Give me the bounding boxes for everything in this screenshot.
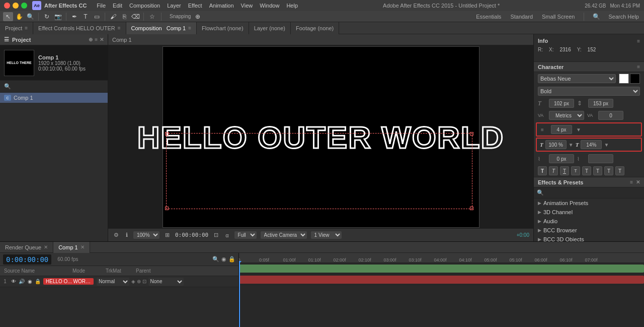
layer-parent-select-1[interactable]: None xyxy=(148,278,184,286)
tsize-h-input[interactable] xyxy=(545,140,567,149)
pen-tool[interactable]: ✒ xyxy=(69,12,79,21)
select-tool[interactable]: ↖ xyxy=(3,12,13,21)
style-btn-t2[interactable]: T xyxy=(549,166,558,175)
effect-bcc-3d[interactable]: ▶ BCC 3D Objects xyxy=(534,235,644,241)
canvas-area[interactable]: HELLO OUTER WORLD xyxy=(108,45,533,228)
project-search-icon[interactable]: ⊕ xyxy=(89,37,93,42)
style-btn-t5[interactable]: T xyxy=(582,166,591,175)
style-btn-t1[interactable]: T xyxy=(538,166,547,175)
style-btn-t7[interactable]: T xyxy=(604,166,613,175)
tsize-v-dropdown[interactable]: ▼ xyxy=(604,142,609,148)
tab-flowchart[interactable]: Flowchart (none) xyxy=(197,22,249,34)
brush-tool[interactable]: 🖌 xyxy=(108,12,118,21)
tsize-h-dropdown[interactable]: ▼ xyxy=(569,142,574,148)
viewer-settings-btn[interactable]: ⚙ xyxy=(112,231,120,239)
layer-visibility-1[interactable]: 👁 xyxy=(10,278,17,285)
minimize-button[interactable] xyxy=(13,3,19,9)
menu-help[interactable]: Help xyxy=(286,3,298,9)
layer-mode-select-1[interactable]: Normal xyxy=(97,278,129,286)
tab-composition[interactable]: Composition Comp 1 ≡ xyxy=(126,22,197,34)
project-close-icon[interactable]: ✕ xyxy=(100,37,104,42)
menu-effect[interactable]: Effect xyxy=(188,3,202,9)
camera-tool[interactable]: 📷 xyxy=(53,12,63,21)
menu-window[interactable]: Window xyxy=(260,3,279,9)
menu-view[interactable]: View xyxy=(241,3,253,9)
font-family-select[interactable]: Bebas Neue xyxy=(538,74,616,83)
effect-bcc-browser[interactable]: ▶ BCC Browser xyxy=(534,226,644,235)
text-tool[interactable]: T xyxy=(80,12,91,21)
viewer-region-btn[interactable]: ⊡ xyxy=(212,231,220,239)
close-button[interactable] xyxy=(4,3,10,9)
baseline-input[interactable] xyxy=(549,154,574,163)
info-menu-icon[interactable]: ≡ xyxy=(637,38,640,44)
menu-edit[interactable]: Edit xyxy=(113,3,122,9)
tab-project[interactable]: Project ≡ xyxy=(0,22,33,34)
stroke-width-input[interactable] xyxy=(551,125,572,134)
effect-animation-presets[interactable]: ▶ Animation Presets xyxy=(534,199,644,208)
layer-audio-1[interactable]: 🔊 xyxy=(18,278,25,285)
workspace-standard[interactable]: Standard xyxy=(508,13,535,21)
project-search-input[interactable] xyxy=(11,84,104,90)
view-select[interactable]: 1 View 2 Views xyxy=(311,231,342,239)
fill-color-swatch[interactable] xyxy=(619,74,629,84)
zoom-select[interactable]: 100% 50% 200% xyxy=(133,231,159,239)
character-menu-icon[interactable]: ≡ xyxy=(637,64,640,70)
shift-input[interactable] xyxy=(588,154,613,163)
timeline-solo-btn[interactable]: ◉ xyxy=(221,256,226,263)
tracking-input[interactable] xyxy=(598,111,623,120)
kerning-select[interactable]: Metrics Optical xyxy=(549,111,584,120)
clone-tool[interactable]: ⎘ xyxy=(119,12,129,21)
project-item-comp1[interactable]: C Comp 1 xyxy=(0,93,108,103)
tab-effect-menu[interactable]: ≡ xyxy=(118,25,121,31)
tab-footage[interactable]: Footage (none) xyxy=(291,22,339,34)
menu-file[interactable]: File xyxy=(97,3,106,9)
timeline-lock-btn[interactable]: 🔒 xyxy=(228,256,235,263)
timeline-search-btn[interactable]: 🔍 xyxy=(212,256,219,263)
project-menu-icon[interactable]: ≡ xyxy=(95,37,98,42)
effects-menu-icon[interactable]: ≡ xyxy=(630,179,633,185)
timeline-tracks[interactable] xyxy=(239,263,644,327)
effects-search-input[interactable] xyxy=(546,190,641,196)
eraser-tool[interactable]: ⌫ xyxy=(130,12,140,21)
layer-lock-1[interactable]: 🔒 xyxy=(34,278,41,285)
style-btn-t8[interactable]: T xyxy=(615,166,624,175)
magnet-icon[interactable]: ⊕ xyxy=(193,12,203,21)
tab-project-menu[interactable]: ≡ xyxy=(25,25,28,31)
search-help[interactable]: Search Help xyxy=(606,13,641,21)
fit-btn[interactable]: ⊞ xyxy=(164,231,171,239)
quality-select[interactable]: Full Half xyxy=(234,231,257,239)
zoom-tool[interactable]: 🔍 xyxy=(25,12,35,21)
workspace-small-screen[interactable]: Small Screen xyxy=(540,13,577,21)
tab-comp-menu[interactable]: ≡ xyxy=(188,25,191,31)
puppet-tool[interactable]: ☆ xyxy=(147,12,157,21)
stroke-color-swatch[interactable] xyxy=(630,74,640,84)
menu-animation[interactable]: Animation xyxy=(209,3,234,9)
timeline-timecode[interactable]: 0:00:00:00 xyxy=(3,254,51,265)
timeline-ruler[interactable]: 0 0:05f 01:00f 01:10f 02:00f 02:10f 03:0… xyxy=(239,253,644,263)
layer-solo-1[interactable]: ◉ xyxy=(26,278,33,285)
style-btn-t3[interactable]: T xyxy=(560,166,569,175)
tab-effect-controls[interactable]: Effect Controls HELLO OUTER ≡ xyxy=(33,22,126,34)
render-queue-close[interactable]: ✕ xyxy=(44,244,48,250)
maximize-button[interactable] xyxy=(21,3,27,9)
tab-render-queue[interactable]: Render Queue ✕ xyxy=(0,242,53,253)
tab-layer[interactable]: Layer (none) xyxy=(249,22,291,34)
leading-input[interactable] xyxy=(588,99,613,108)
menu-composition[interactable]: Composition xyxy=(129,3,160,9)
stroke-dropdown[interactable]: ▼ xyxy=(576,127,581,133)
style-btn-t6[interactable]: T xyxy=(593,166,602,175)
effect-audio[interactable]: ▶ Audio xyxy=(534,217,644,226)
viewer-info-btn[interactable]: ℹ xyxy=(124,231,129,239)
camera-select[interactable]: Active Camera xyxy=(261,231,307,239)
effects-close-icon[interactable]: ✕ xyxy=(636,179,640,185)
menu-layer[interactable]: Layer xyxy=(167,3,181,9)
workspace-essentials[interactable]: Essentials xyxy=(474,13,503,21)
shape-tool[interactable]: ▭ xyxy=(92,12,102,21)
search-help-icon[interactable]: 🔍 xyxy=(591,12,601,21)
style-btn-t4[interactable]: T xyxy=(571,166,580,175)
font-style-select[interactable]: Bold Regular Italic xyxy=(538,87,640,96)
rotate-tool[interactable]: ↻ xyxy=(42,12,52,21)
tab-comp1-timeline[interactable]: Comp 1 ✕ xyxy=(53,242,90,253)
hand-tool[interactable]: ✋ xyxy=(14,12,24,21)
tsize-v-input[interactable] xyxy=(581,140,602,149)
